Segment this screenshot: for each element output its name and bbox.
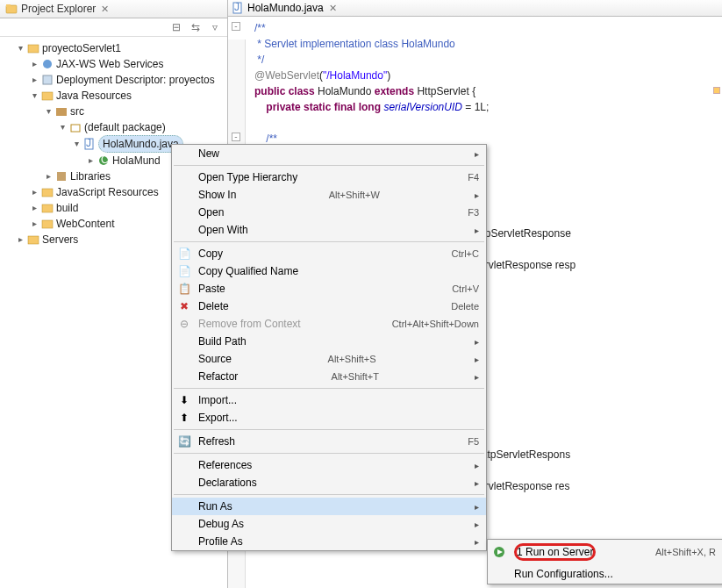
package-node[interactable]: (default package) [84,119,166,135]
svg-rect-7 [71,125,80,132]
java-file-icon: J [83,138,96,150]
view-menu-icon[interactable]: ▿ [208,20,222,34]
svg-rect-15 [42,220,53,228]
export-icon: ⬆ [177,411,191,425]
code-line: /** [254,22,266,34]
package-icon [69,121,82,133]
project-node[interactable]: proyectoServlet1 [42,40,121,56]
menu-copy[interactable]: 📄CopyCtrl+C [172,245,486,262]
refresh-icon: 🔄 [177,434,191,448]
servers-icon [27,233,39,246]
svg-text:J: J [234,2,239,13]
class-node[interactable]: HolaMund [112,153,161,169]
close-icon[interactable]: ✕ [329,3,337,14]
menu-debug-as[interactable]: Debug As▸ [172,515,486,533]
menu-paste[interactable]: 📋PasteCtrl+V [172,280,486,298]
menu-references[interactable]: References▸ [172,456,486,474]
submenu-run-configurations[interactable]: Run Configurations... [488,564,722,584]
menu-open-with[interactable]: Open With▸ [172,221,486,239]
svg-rect-4 [43,75,52,84]
submenu-arrow-icon: ▸ [475,502,479,512]
svg-rect-14 [42,204,53,212]
paste-icon: 📋 [177,282,191,296]
menu-new[interactable]: New▸ [172,145,486,162]
submenu-arrow-icon: ▸ [475,226,479,235]
separator [174,453,484,454]
svg-rect-1 [6,4,11,7]
build-node[interactable]: build [56,200,78,216]
webcontent-icon [41,218,54,230]
menu-remove-context: ⊖Remove from ContextCtrl+Alt+Shift+Down [172,315,486,333]
menu-show-in[interactable]: Show InAlt+Shift+W ▸ [172,186,486,204]
jaxws-icon [41,58,54,70]
separator [174,165,484,166]
menu-build-path[interactable]: Build Path▸ [172,333,486,350]
javares-icon [41,90,54,102]
menu-import[interactable]: ⬇Import... [172,391,486,409]
copy-icon: 📄 [177,247,191,261]
run-on-server-label: 1 Run on Server [514,543,596,561]
separator [174,429,484,430]
code-token: private static final long [254,101,383,113]
src-node[interactable]: src [70,104,84,119]
libraries-node[interactable]: Libraries [70,169,111,184]
menu-refresh[interactable]: 🔄RefreshF5 [172,433,486,450]
code-token: extends [375,85,418,97]
dd-node[interactable]: Deployment Descriptor: proyectos [56,72,215,88]
submenu-arrow-icon: ▸ [475,537,479,547]
close-icon[interactable]: ✕ [101,4,109,15]
submenu-arrow-icon: ▸ [472,190,479,200]
menu-run-as[interactable]: Run As▸ [172,498,486,515]
project-explorer-tab[interactable]: Project Explorer ✕ [0,0,227,18]
svg-rect-6 [56,108,67,116]
servers-node[interactable]: Servers [42,232,78,247]
context-menu: New▸ Open Type HierarchyF4 Show InAlt+Sh… [171,144,487,551]
menu-delete[interactable]: ✖DeleteDelete [172,298,486,315]
submenu-arrow-icon: ▸ [475,478,479,488]
project-explorer-icon [5,3,18,15]
submenu-arrow-icon: ▸ [472,372,479,382]
fold-marker-icon[interactable]: - [232,22,240,31]
jaxws-node[interactable]: JAX-WS Web Services [56,56,163,72]
code-line: */ [254,54,264,66]
webcontent-node[interactable]: WebContent [56,216,115,232]
jsres-icon [41,186,54,198]
separator [174,494,484,495]
menu-source[interactable]: SourceAlt+Shift+S ▸ [172,350,486,368]
src-folder-icon [55,105,68,118]
menu-copy-qualified[interactable]: 📄Copy Qualified Name [172,262,486,280]
submenu-arrow-icon: ▸ [472,355,479,364]
editor-tab-title: HolaMundo.java [247,2,324,14]
menu-refactor[interactable]: RefactorAlt+Shift+T ▸ [172,368,486,385]
java-file-icon: J [232,2,244,14]
explorer-toolbar: ⊟ ⇆ ▿ [0,18,227,37]
code-token: @WebServlet [254,69,319,82]
menu-declarations[interactable]: Declarations▸ [172,474,486,491]
svg-point-3 [43,60,52,68]
collapse-all-icon[interactable]: ⊟ [169,20,183,34]
fold-marker-icon[interactable]: - [232,133,240,141]
menu-export[interactable]: ⬆Export... [172,409,486,427]
run-as-submenu: 1 Run on Server Alt+Shift+X, R Run Confi… [487,539,722,584]
code-token: serialVersionUID [383,101,462,113]
javares-node[interactable]: Java Resources [56,88,132,104]
menu-open[interactable]: OpenF3 [172,204,486,221]
warning-marker-icon[interactable] [713,87,720,94]
submenu-run-on-server[interactable]: 1 Run on Server Alt+Shift+X, R [488,540,722,564]
jsres-node[interactable]: JavaScript Resources [56,184,159,200]
svg-rect-5 [42,92,53,100]
libraries-icon [55,170,68,183]
svg-rect-13 [42,189,53,197]
copy-icon: 📄 [177,264,191,278]
editor-tab[interactable]: J HolaMundo.java ✕ [228,0,722,17]
svg-rect-16 [28,236,39,244]
project-icon [27,42,39,54]
build-icon [41,202,54,214]
dd-icon [41,74,54,86]
menu-open-type-hierarchy[interactable]: Open Type HierarchyF4 [172,169,486,186]
submenu-arrow-icon: ▸ [475,149,479,159]
project-explorer-title: Project Explorer [21,3,96,15]
link-editor-icon[interactable]: ⇆ [189,20,203,34]
menu-profile-as[interactable]: Profile As▸ [172,533,486,550]
code-token: public class [254,85,318,97]
